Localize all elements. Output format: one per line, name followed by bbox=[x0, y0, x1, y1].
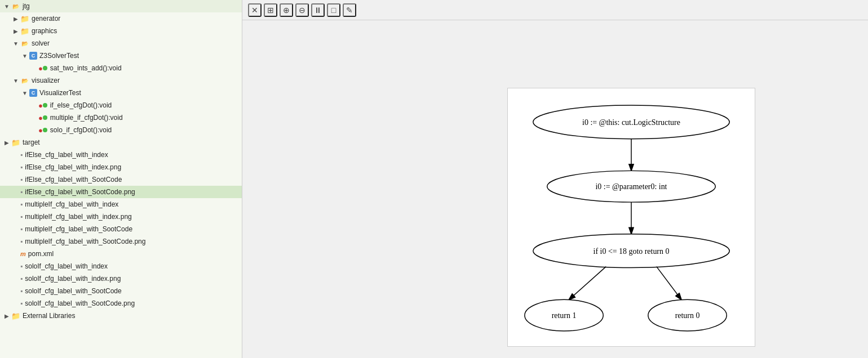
folder-icon-target bbox=[11, 138, 20, 147]
class-icon-visualizertest: C bbox=[29, 89, 37, 97]
edit-button[interactable]: ✎ bbox=[343, 3, 356, 17]
tree-item-multipleif-index[interactable]: ▪ multipleIf_cfg_label_with_index bbox=[0, 198, 242, 211]
tree-arrow-generator[interactable] bbox=[11, 14, 20, 23]
fit-button[interactable]: □ bbox=[327, 3, 340, 17]
tree-item-jtg[interactable]: jtg bbox=[0, 0, 242, 12]
tree-item-solver[interactable]: solver bbox=[0, 37, 242, 50]
file-icon11: ▪ bbox=[20, 287, 23, 295]
method-red-icon4: ● bbox=[38, 126, 43, 135]
tree-item-multiple-if-cfgdot[interactable]: ● multiple_if_cfgDot():void bbox=[0, 111, 242, 124]
grid-button[interactable]: ⊞ bbox=[264, 3, 277, 17]
tree-item-ifelse-sootcode[interactable]: ▪ ifElse_cfg_label_with_SootCode bbox=[0, 173, 242, 186]
tree-item-pom-xml[interactable]: m pom.xml bbox=[0, 248, 242, 260]
tree-label-file9: soloIf_cfg_label_with_index bbox=[25, 262, 108, 270]
tree-label-jtg: jtg bbox=[23, 2, 30, 10]
tree-item-graphics[interactable]: graphics bbox=[0, 25, 242, 37]
folder-open-icon bbox=[11, 2, 20, 11]
node5-label: return 0 bbox=[675, 311, 700, 320]
tree-label-solo-if: solo_if_cfgDot():void bbox=[50, 126, 112, 134]
file-tree: jtg generator graphics solver C Z3Solver… bbox=[0, 0, 242, 358]
tree-item-multipleif-sootcode-png[interactable]: ▪ multipleIf_cfg_label_with_SootCode.png bbox=[0, 235, 242, 248]
diagram-content-area: i0 := @this: cut.LogicStructure i0 := @p… bbox=[242, 20, 868, 358]
tree-label-file8: multipleIf_cfg_label_with_SootCode.png bbox=[25, 238, 145, 245]
tree-label-graphics: graphics bbox=[32, 27, 57, 35]
folder-open-icon-solver bbox=[20, 39, 29, 48]
folder-icon-generator bbox=[20, 14, 29, 23]
tree-arrow-z3solver[interactable] bbox=[20, 51, 29, 60]
file-icon8: ▪ bbox=[20, 238, 23, 245]
tree-arrow-graphics[interactable] bbox=[11, 26, 20, 35]
tree-arrow-solver[interactable] bbox=[11, 39, 20, 48]
file-icon7: ▪ bbox=[20, 225, 23, 233]
svg-line-6 bbox=[657, 267, 682, 301]
file-icon10: ▪ bbox=[20, 275, 23, 283]
file-icon12: ▪ bbox=[20, 299, 23, 307]
node3-label: if i0 <= 18 goto return 0 bbox=[594, 247, 670, 256]
tree-item-multipleif-index-png[interactable]: ▪ multipleIf_cfg_label_with_index.png bbox=[0, 211, 242, 223]
node2-label: i0 := @parameter0: int bbox=[596, 182, 667, 191]
tree-arrow-visualizer[interactable] bbox=[11, 76, 20, 85]
tree-item-soloif-sootcode[interactable]: ▪ soloIf_cfg_label_with_SootCode bbox=[0, 285, 242, 297]
tree-arrow-visualizertest[interactable] bbox=[20, 88, 29, 97]
method-green-dot3 bbox=[43, 115, 47, 120]
tree-label-file12: soloIf_cfg_label_with_SootCode.png bbox=[25, 299, 135, 307]
tree-item-soloif-index[interactable]: ▪ soloIf_cfg_label_with_index bbox=[0, 260, 242, 272]
tree-item-visualizertest[interactable]: C VisualizerTest bbox=[0, 87, 242, 99]
tree-item-solo-if-cfgdot[interactable]: ● solo_if_cfgDot():void bbox=[0, 124, 242, 136]
method-icons-solo-if: ● bbox=[38, 126, 48, 135]
tree-label-z3solver: Z3SolverTest bbox=[39, 52, 79, 60]
tree-arrow-jtg[interactable] bbox=[2, 2, 11, 11]
method-green-dot4 bbox=[43, 128, 47, 132]
tree-label-solver: solver bbox=[32, 39, 50, 47]
folder-icon-graphics bbox=[20, 26, 29, 35]
tree-label-if-else: if_else_cfgDot():void bbox=[50, 101, 112, 109]
folder-icon-extlibs bbox=[11, 311, 20, 320]
method-icons-if-else: ● bbox=[38, 101, 48, 110]
xml-icon: m bbox=[20, 250, 26, 257]
node1-label: i0 := @this: cut.LogicStructure bbox=[582, 118, 680, 127]
tree-item-ifelse-index[interactable]: ▪ ifElse_cfg_label_with_index bbox=[0, 149, 242, 161]
tree-item-sat-two-ints[interactable]: ● sat_two_ints_add():void bbox=[0, 62, 242, 74]
tree-item-if-else-cfgdot[interactable]: ● if_else_cfgDot():void bbox=[0, 99, 242, 111]
tree-item-ifelse-index-png[interactable]: ▪ ifElse_cfg_label_with_index.png bbox=[0, 161, 242, 173]
tree-arrow-target[interactable] bbox=[2, 138, 11, 147]
close-button[interactable]: ✕ bbox=[248, 3, 262, 17]
file-icon4: ▪ bbox=[20, 188, 23, 196]
tree-item-ifelse-sootcode-png[interactable]: ▪ ifElse_cfg_label_with_SootCode.png bbox=[0, 186, 242, 198]
tree-label-file1: ifElse_cfg_label_with_index bbox=[25, 151, 108, 159]
file-icon2: ▪ bbox=[20, 163, 23, 171]
tree-label-pom: pom.xml bbox=[28, 250, 54, 258]
tree-item-generator[interactable]: generator bbox=[0, 12, 242, 25]
file-icon5: ▪ bbox=[20, 200, 23, 208]
svg-line-5 bbox=[569, 267, 606, 301]
method-icons-sat: ● bbox=[38, 64, 48, 73]
node4-label: return 1 bbox=[552, 311, 577, 320]
tree-label-file2: ifElse_cfg_label_with_index.png bbox=[25, 163, 121, 171]
tree-item-soloif-sootcode-png[interactable]: ▪ soloIf_cfg_label_with_SootCode.png bbox=[0, 297, 242, 310]
zoom-out-button[interactable]: ⊖ bbox=[295, 3, 309, 17]
cfg-diagram: i0 := @this: cut.LogicStructure i0 := @p… bbox=[507, 88, 755, 347]
tree-label-visualizer: visualizer bbox=[32, 77, 60, 84]
tree-item-soloif-index-png[interactable]: ▪ soloIf_cfg_label_with_index.png bbox=[0, 272, 242, 285]
tree-item-z3solvertest[interactable]: C Z3SolverTest bbox=[0, 50, 242, 62]
tree-item-target[interactable]: target bbox=[0, 136, 242, 149]
tree-label-file5: multipleIf_cfg_label_with_index bbox=[25, 200, 118, 208]
tree-label-file6: multipleIf_cfg_label_with_index.png bbox=[25, 213, 131, 221]
class-icon-z3solver: C bbox=[29, 52, 37, 60]
tree-label-file10: soloIf_cfg_label_with_index.png bbox=[25, 275, 121, 283]
tree-arrow-extlibs[interactable] bbox=[2, 311, 11, 320]
cfg-svg: i0 := @this: cut.LogicStructure i0 := @p… bbox=[508, 88, 755, 346]
tree-item-visualizer[interactable]: visualizer bbox=[0, 74, 242, 87]
tree-label-file11: soloIf_cfg_label_with_SootCode bbox=[25, 287, 121, 295]
tree-label-multiple-if: multiple_if_cfgDot():void bbox=[50, 114, 123, 122]
zoom-in-button[interactable]: ⊕ bbox=[280, 3, 293, 17]
folder-open-icon-visualizer bbox=[20, 76, 29, 85]
pause-button[interactable]: ⏸ bbox=[311, 3, 325, 17]
tree-item-multipleif-sootcode[interactable]: ▪ multipleIf_cfg_label_with_SootCode bbox=[0, 223, 242, 235]
method-red-icon: ● bbox=[38, 64, 43, 73]
method-green-dot bbox=[43, 66, 47, 70]
method-red-icon2: ● bbox=[38, 101, 43, 110]
tree-label-sat: sat_two_ints_add():void bbox=[50, 64, 122, 72]
file-icon1: ▪ bbox=[20, 151, 23, 159]
tree-item-external-libraries[interactable]: External Libraries bbox=[0, 310, 242, 322]
